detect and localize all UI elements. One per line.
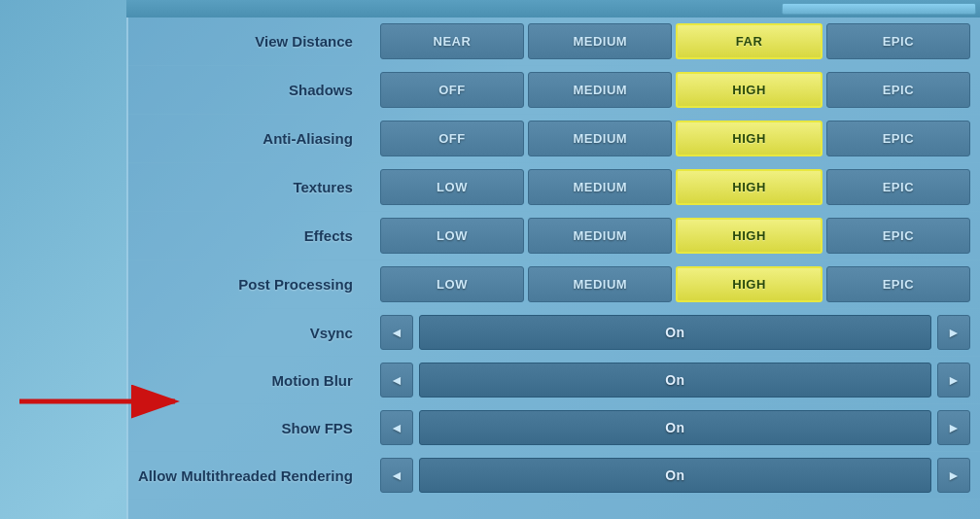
vsync-right-arrow[interactable]: ►: [937, 315, 970, 350]
pp-low[interactable]: LOW: [380, 266, 524, 302]
vsync-toggle: ◄ On ►: [370, 309, 980, 356]
motion-blur-value: On: [419, 363, 931, 398]
textures-row: Textures LOW MEDIUM HIGH EPIC: [128, 163, 980, 212]
shadows-row: Shadows OFF MEDIUM HIGH EPIC: [128, 66, 980, 115]
post-processing-row: Post Processing LOW MEDIUM HIGH EPIC: [128, 260, 980, 309]
vsync-left-arrow[interactable]: ◄: [380, 315, 413, 350]
show-fps-left-arrow[interactable]: ◄: [380, 410, 413, 445]
post-processing-label: Post Processing: [128, 260, 370, 309]
multithreaded-value: On: [419, 458, 931, 493]
aa-epic[interactable]: EPIC: [826, 121, 970, 156]
show-fps-toggle: ◄ On ►: [370, 404, 980, 451]
motion-blur-row: Motion Blur ◄ On ►: [128, 357, 980, 404]
textures-options: LOW MEDIUM HIGH EPIC: [370, 163, 980, 211]
pp-high[interactable]: HIGH: [676, 266, 822, 302]
shadows-medium[interactable]: MEDIUM: [528, 72, 672, 108]
post-processing-options: LOW MEDIUM HIGH EPIC: [370, 260, 980, 308]
anti-aliasing-options: OFF MEDIUM HIGH EPIC: [370, 115, 980, 162]
textures-epic[interactable]: EPIC: [826, 169, 970, 205]
shadows-epic[interactable]: EPIC: [826, 72, 970, 108]
view-distance-near[interactable]: NEAR: [380, 23, 524, 59]
textures-medium[interactable]: MEDIUM: [528, 169, 672, 205]
effects-epic[interactable]: EPIC: [826, 218, 970, 254]
view-distance-label: View Distance: [128, 17, 370, 66]
settings-table: View Distance NEAR MEDIUM FAR EPIC Shado…: [128, 17, 980, 500]
view-distance-medium[interactable]: MEDIUM: [528, 23, 672, 59]
shadows-off[interactable]: OFF: [380, 72, 524, 108]
anti-aliasing-label: Anti-Aliasing: [128, 115, 370, 163]
shadows-high[interactable]: HIGH: [676, 72, 822, 108]
textures-label: Textures: [128, 163, 370, 212]
settings-panel: View Distance NEAR MEDIUM FAR EPIC Shado…: [126, 17, 980, 519]
effects-options: LOW MEDIUM HIGH EPIC: [370, 212, 980, 260]
pp-medium[interactable]: MEDIUM: [528, 266, 672, 302]
multithreaded-right-arrow[interactable]: ►: [937, 458, 970, 493]
shadows-options: OFF MEDIUM HIGH EPIC: [370, 66, 980, 114]
view-distance-options: NEAR MEDIUM FAR EPIC: [370, 17, 980, 65]
multithreaded-row: Allow Multithreaded Rendering ◄ On ►: [128, 452, 980, 500]
show-fps-row: Show FPS ◄ On ►: [128, 404, 980, 452]
textures-high[interactable]: HIGH: [676, 169, 822, 205]
vsync-value: On: [419, 315, 931, 350]
effects-high[interactable]: HIGH: [676, 218, 822, 254]
view-distance-far[interactable]: FAR: [676, 23, 822, 59]
multithreaded-label: Allow Multithreaded Rendering: [128, 452, 370, 500]
pp-epic[interactable]: EPIC: [826, 266, 970, 302]
multithreaded-toggle: ◄ On ►: [370, 452, 980, 499]
aa-off[interactable]: OFF: [380, 121, 524, 156]
aa-high[interactable]: HIGH: [676, 121, 822, 156]
effects-label: Effects: [128, 212, 370, 260]
effects-medium[interactable]: MEDIUM: [528, 218, 672, 254]
aa-medium[interactable]: MEDIUM: [528, 121, 672, 156]
vsync-label: Vsync: [128, 309, 370, 357]
motion-blur-toggle: ◄ On ►: [370, 357, 980, 403]
anti-aliasing-row: Anti-Aliasing OFF MEDIUM HIGH EPIC: [128, 115, 980, 163]
show-fps-arrow-indicator: [10, 377, 204, 426]
show-fps-value: On: [419, 410, 931, 445]
textures-low[interactable]: LOW: [380, 169, 524, 205]
multithreaded-left-arrow[interactable]: ◄: [380, 458, 413, 493]
shadows-label: Shadows: [128, 66, 370, 115]
background: View Distance NEAR MEDIUM FAR EPIC Shado…: [0, 0, 980, 519]
vsync-row: Vsync ◄ On ►: [128, 309, 980, 357]
view-distance-epic[interactable]: EPIC: [826, 23, 970, 59]
effects-low[interactable]: LOW: [380, 218, 524, 254]
motion-blur-right-arrow[interactable]: ►: [937, 363, 970, 398]
view-distance-row: View Distance NEAR MEDIUM FAR EPIC: [128, 17, 980, 66]
show-fps-right-arrow[interactable]: ►: [937, 410, 970, 445]
motion-blur-left-arrow[interactable]: ◄: [380, 363, 413, 398]
effects-row: Effects LOW MEDIUM HIGH EPIC: [128, 212, 980, 260]
